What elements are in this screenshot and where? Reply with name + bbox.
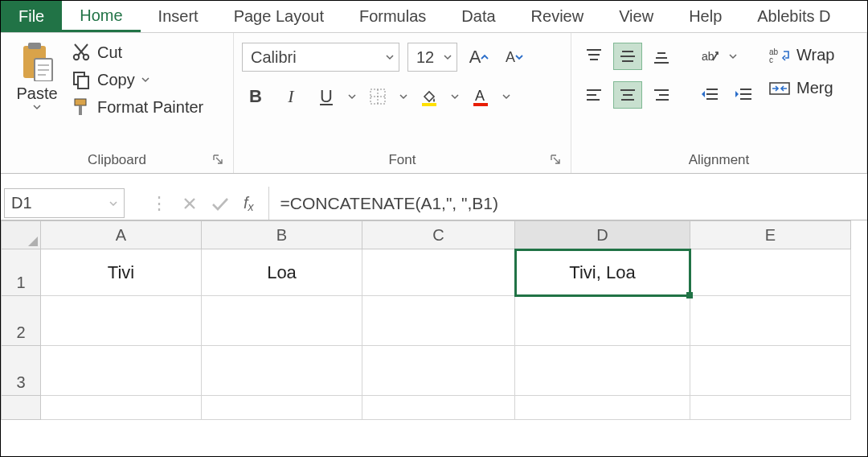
tab-ablebits[interactable]: Ablebits D: [739, 1, 848, 32]
underline-dropdown-icon[interactable]: [348, 93, 356, 101]
cell-e4[interactable]: [690, 396, 851, 420]
tab-help[interactable]: Help: [671, 1, 739, 32]
align-left-button[interactable]: [579, 81, 608, 109]
formula-bar-input[interactable]: =CONCATENATE(A1,", ",B1): [268, 187, 867, 220]
cut-button[interactable]: Cut: [72, 43, 203, 62]
tab-home[interactable]: Home: [62, 1, 140, 32]
cell-d4[interactable]: [515, 396, 690, 420]
underline-button[interactable]: U: [313, 83, 340, 110]
tab-insert[interactable]: Insert: [141, 1, 216, 32]
increase-indent-button[interactable]: [729, 81, 758, 109]
ribbon-tabs: File Home Insert Page Layout Formulas Da…: [1, 1, 867, 33]
cell-e1[interactable]: [690, 249, 851, 296]
cell-e3[interactable]: [690, 346, 851, 396]
borders-dropdown-icon[interactable]: [399, 93, 407, 101]
insert-function-button[interactable]: fx: [237, 194, 260, 212]
enter-formula-button[interactable]: [207, 190, 234, 217]
cell-d2[interactable]: [515, 296, 690, 346]
row-header-2[interactable]: 2: [1, 296, 41, 346]
name-box-dropdown-icon[interactable]: [109, 200, 117, 208]
cell-c1[interactable]: [362, 249, 515, 296]
fill-dropdown-icon[interactable]: [451, 93, 459, 101]
copy-label: Copy: [97, 71, 135, 89]
cell-c4[interactable]: [362, 396, 515, 420]
cell-b2[interactable]: [202, 296, 362, 346]
cancel-formula-button[interactable]: [176, 190, 203, 217]
name-box-value: D1: [11, 194, 32, 212]
spreadsheet-grid: A B C D E 1 Tivi Loa Tivi, Loa 2 3: [1, 220, 867, 420]
cell-b1[interactable]: Loa: [202, 249, 362, 296]
group-font: Calibri 12 A A B I U: [234, 33, 571, 173]
increase-font-button[interactable]: A: [465, 43, 493, 71]
cell-c3[interactable]: [362, 346, 515, 396]
svg-text:c: c: [769, 56, 773, 64]
paste-dropdown-icon[interactable]: [33, 103, 41, 111]
decrease-font-button[interactable]: A: [501, 43, 528, 71]
cell-c2[interactable]: [362, 296, 515, 346]
paste-button[interactable]: Paste: [9, 38, 65, 111]
tab-formulas[interactable]: Formulas: [342, 1, 444, 32]
decrease-indent-button[interactable]: [695, 81, 724, 109]
wrap-text-icon: abc: [769, 47, 790, 64]
font-group-text: Font: [388, 152, 416, 167]
svg-rect-17: [422, 103, 436, 106]
col-header-b[interactable]: B: [202, 220, 362, 249]
orientation-button[interactable]: ab: [695, 43, 724, 70]
italic-button[interactable]: I: [277, 83, 305, 110]
format-painter-button[interactable]: Format Painter: [72, 97, 203, 117]
col-header-a[interactable]: A: [41, 220, 202, 249]
formula-value: =CONCATENATE(A1,", ",B1): [280, 194, 498, 213]
cell-a3[interactable]: [41, 346, 202, 396]
clipboard-dialog-launcher-icon[interactable]: [212, 154, 223, 165]
cell-e2[interactable]: [690, 296, 851, 346]
cell-d1[interactable]: Tivi, Loa: [515, 249, 690, 296]
ribbon: Paste Cut Copy Format Painter: [1, 33, 867, 174]
tab-page-layout[interactable]: Page Layout: [216, 1, 342, 32]
row-header-1[interactable]: 1: [1, 249, 41, 296]
align-center-button[interactable]: [613, 81, 642, 109]
borders-button[interactable]: [364, 83, 391, 110]
font-size-combo[interactable]: 12: [407, 43, 457, 72]
paste-label: Paste: [16, 84, 57, 103]
row-header-3[interactable]: 3: [1, 346, 41, 396]
cell-b4[interactable]: [202, 396, 362, 420]
wrap-text-button[interactable]: abc Wrap: [769, 46, 834, 64]
cell-a1[interactable]: Tivi: [41, 249, 202, 296]
align-top-button[interactable]: [579, 43, 608, 70]
copy-button[interactable]: Copy: [72, 70, 203, 89]
format-painter-icon: [72, 97, 91, 117]
col-header-e[interactable]: E: [690, 220, 851, 249]
cell-a2[interactable]: [41, 296, 202, 346]
font-dialog-launcher-icon[interactable]: [550, 154, 561, 165]
copy-dropdown-icon[interactable]: [141, 76, 149, 84]
tab-file[interactable]: File: [1, 1, 62, 32]
merge-center-button[interactable]: Merg: [769, 79, 834, 97]
bold-button[interactable]: B: [242, 83, 269, 110]
select-all-corner[interactable]: [1, 220, 41, 249]
cell-a4[interactable]: [41, 396, 202, 420]
font-color-button[interactable]: A: [467, 83, 494, 110]
copy-icon: [72, 70, 91, 89]
chevron-down-icon: [444, 53, 452, 61]
more-icon[interactable]: ⋮: [145, 190, 173, 217]
paste-icon: [20, 41, 54, 81]
tab-data[interactable]: Data: [444, 1, 513, 32]
cell-b3[interactable]: [202, 346, 362, 396]
font-name-value: Calibri: [251, 48, 297, 67]
orientation-dropdown-icon[interactable]: [729, 52, 737, 60]
font-name-combo[interactable]: Calibri: [242, 43, 399, 72]
col-header-d[interactable]: D: [515, 220, 690, 249]
group-clipboard: Paste Cut Copy Format Painter: [1, 33, 234, 173]
align-middle-button[interactable]: [613, 43, 642, 70]
clipboard-group-text: Clipboard: [88, 152, 146, 167]
tab-review[interactable]: Review: [514, 1, 602, 32]
align-right-button[interactable]: [647, 81, 676, 109]
col-header-c[interactable]: C: [362, 220, 515, 249]
tab-view[interactable]: View: [601, 1, 671, 32]
name-box[interactable]: D1: [4, 188, 125, 218]
row-header-4[interactable]: [1, 396, 41, 420]
font-color-dropdown-icon[interactable]: [502, 93, 510, 101]
cell-d3[interactable]: [515, 346, 690, 396]
align-bottom-button[interactable]: [647, 43, 676, 70]
fill-color-button[interactable]: [416, 83, 443, 110]
